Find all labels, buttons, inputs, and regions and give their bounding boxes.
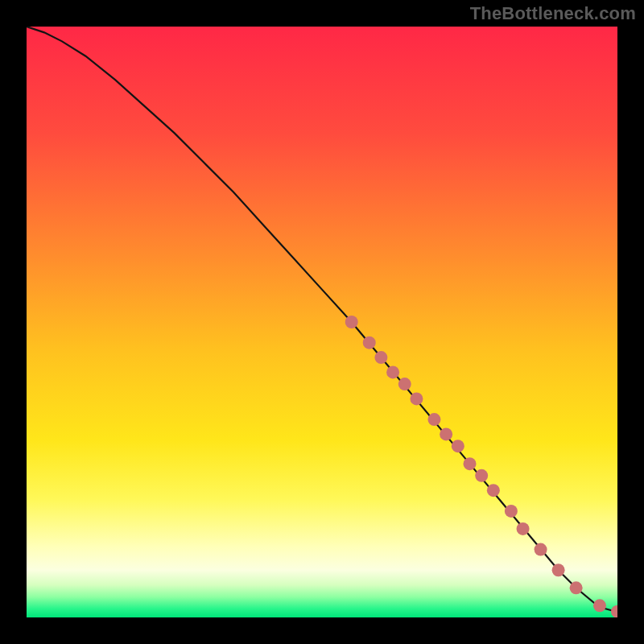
marker-point (410, 392, 423, 405)
marker-point (363, 336, 376, 349)
marker-point (593, 599, 606, 612)
marker-point (386, 365, 399, 378)
marker-point (464, 457, 477, 470)
marker-point (487, 484, 500, 497)
marker-point (440, 427, 452, 440)
marker-point (475, 469, 488, 482)
watermark-text: TheBottleneck.com (470, 3, 636, 24)
plot-area (27, 27, 617, 617)
marker-point (535, 543, 547, 556)
marker-point (374, 351, 387, 364)
marker-point (552, 564, 565, 576)
marker-point (452, 440, 464, 452)
marker-point (427, 413, 440, 426)
marker-point (345, 316, 358, 328)
marker-point (398, 378, 411, 390)
chart-frame: TheBottleneck.com (0, 0, 644, 644)
marker-point (570, 581, 583, 594)
marker-point (505, 505, 518, 518)
marker-point (517, 522, 530, 535)
plot-canvas (27, 27, 617, 617)
